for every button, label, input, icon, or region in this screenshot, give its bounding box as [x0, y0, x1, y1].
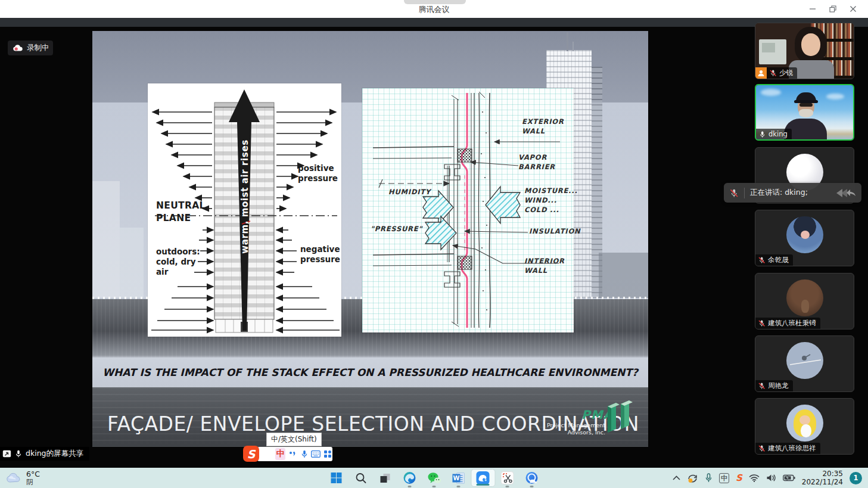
participant-sidebar: 少锐	[754, 18, 868, 468]
toast-action-icons[interactable]	[834, 188, 861, 198]
avatar	[786, 216, 823, 253]
ime-toolbox-icon[interactable]	[323, 449, 332, 459]
participant-tile-dubingqi[interactable]: 建筑八班杜秉锜	[755, 273, 854, 330]
weather-temp: 6°C	[26, 470, 40, 478]
volume-icon[interactable]	[766, 474, 776, 482]
participant-name: 余乾晟	[768, 256, 789, 265]
word-icon: W	[452, 472, 465, 484]
negative-pressure-label: negative pressure	[300, 244, 340, 265]
neutral-plane-label: NEUTRAL PLANE	[156, 200, 206, 225]
recording-indicator[interactable]: 录制中	[8, 41, 53, 55]
screen-share-indicator: dking的屏幕共享	[0, 447, 89, 461]
battery-icon[interactable]	[783, 474, 795, 481]
moisture-wind-cold-label: MOISTURE... WIND... COLD ...	[524, 186, 578, 215]
pma-company-name: Project Management Advisors, Inc.	[546, 422, 605, 436]
exterior-wall-label: EXTERIOR WALL	[522, 117, 564, 136]
avatar	[786, 342, 823, 379]
ime-voice-icon[interactable]	[300, 449, 309, 459]
participant-tile-xusixiang[interactable]: 建筑八班徐思祥	[755, 398, 854, 455]
humidity-label: HUMIDITY	[388, 187, 431, 197]
task-view-icon	[379, 472, 391, 484]
stack-arrow-label: warm, moist air rises	[239, 139, 250, 253]
participant-name: 少锐	[779, 69, 793, 77]
word-letter: W	[453, 474, 461, 482]
notification-count-badge[interactable]: 1	[850, 472, 862, 484]
participant-name: 建筑八班徐思祥	[768, 444, 816, 453]
avatar	[786, 279, 823, 316]
ime-tooltip: 中/英文(Shift)	[266, 433, 322, 446]
edge-icon	[403, 471, 416, 484]
weather-condition: 阴	[26, 478, 40, 486]
insulation-label: INSULATION	[529, 226, 580, 236]
tray-date: 2022/11/24	[802, 478, 843, 486]
snipping-tool-icon	[501, 471, 514, 484]
mic-muted-icon	[758, 319, 766, 327]
sync-status-icon[interactable]	[687, 473, 698, 483]
wechat-button[interactable]	[422, 468, 446, 488]
tray-clock[interactable]: 20:35 2022/11/24	[802, 470, 843, 486]
ime-toolbar[interactable]: 中	[257, 447, 332, 461]
titlebar-tab	[404, 0, 466, 4]
close-icon[interactable]	[843, 0, 863, 18]
cloud-record-icon	[13, 44, 23, 52]
slide-question: WHAT IS THE IMPACT OF THE STACK EFFECT O…	[102, 366, 638, 378]
search-button[interactable]	[349, 468, 373, 488]
qq-browser-icon	[525, 471, 539, 484]
participant-name: 建筑八班杜秉锜	[768, 319, 816, 328]
tencent-meeting-button[interactable]	[471, 469, 495, 487]
speaking-toast-text: 正在讲话: dking;	[745, 188, 834, 198]
task-view-button[interactable]	[373, 468, 397, 488]
participant-tile-dking[interactable]: dking	[755, 84, 854, 141]
speaking-toast: 正在讲话: dking;	[724, 183, 861, 203]
host-badge-icon	[755, 67, 767, 79]
avatar	[786, 405, 823, 442]
tray-time: 20:35	[802, 470, 843, 478]
participant-video	[801, 33, 820, 56]
snipping-tool-button[interactable]	[495, 468, 519, 488]
word-button[interactable]: W	[446, 468, 471, 488]
mic-muted-icon	[769, 69, 777, 77]
ime-punctuation-icon[interactable]	[288, 449, 297, 459]
edge-browser-button[interactable]	[397, 468, 422, 488]
meeting-top-strip	[0, 18, 868, 27]
shared-slide: WHAT IS THE IMPACT OF THE STACK EFFECT O…	[92, 31, 648, 447]
participant-name: dking	[769, 130, 788, 138]
titlebar: 腾讯会议	[0, 0, 868, 18]
vapor-barrier-label: VAPOR BARRIER	[518, 153, 555, 172]
weather-widget[interactable]: 6°C 阴	[6, 468, 40, 488]
tray-sogou-icon[interactable]: S	[736, 473, 742, 483]
ime-keyboard-icon[interactable]	[311, 449, 321, 459]
screen-share-icon	[2, 450, 11, 458]
tray-language-icon[interactable]: 中	[719, 473, 729, 483]
participant-tile-yuqiansheng[interactable]: 余乾晟	[755, 210, 854, 266]
search-icon	[355, 473, 366, 484]
screen-share-label: dking的屏幕共享	[26, 449, 83, 459]
windows-taskbar: 6°C 阴	[0, 468, 868, 488]
cloudy-weather-icon	[6, 473, 21, 483]
mic-muted-icon	[758, 256, 766, 264]
restore-icon[interactable]	[823, 0, 843, 18]
tray-mic-icon[interactable]	[705, 473, 713, 483]
meeting-window: 录制中 WHAT IS THE IMPACT OF THE STACK EFFE…	[0, 18, 868, 468]
recording-label: 录制中	[27, 43, 49, 53]
screen: 腾讯会议 录制中	[0, 0, 868, 488]
participant-name: 周艳龙	[768, 381, 789, 390]
wechat-icon	[427, 472, 441, 484]
sogou-logo[interactable]: S	[243, 446, 259, 462]
positive-pressure-label: positive pressure	[298, 163, 338, 184]
qq-browser-button[interactable]	[519, 468, 544, 488]
window-title: 腾讯会议	[0, 4, 868, 15]
minimize-icon[interactable]	[802, 0, 823, 18]
wifi-icon[interactable]	[749, 474, 760, 482]
participant-tile-shaorui[interactable]: 少锐	[755, 23, 854, 79]
start-button[interactable]	[324, 468, 349, 488]
mic-muted-icon	[758, 445, 766, 452]
interior-wall-label: INTERIOR WALL	[524, 256, 565, 275]
pressure-label: "PRESSURE"	[371, 224, 422, 234]
mic-muted-icon	[729, 188, 739, 198]
tray-expand-chevron[interactable]	[673, 475, 680, 480]
wall-section-sketch: EXTERIOR WALL VAPOR BARRIER MOISTURE... …	[362, 88, 574, 332]
ime-lang-toggle[interactable]: 中	[275, 448, 285, 460]
participant-tile-zhouyanlong[interactable]: 周艳龙	[755, 335, 854, 392]
outdoors-label: outdoors: cold, dry air	[156, 247, 200, 277]
